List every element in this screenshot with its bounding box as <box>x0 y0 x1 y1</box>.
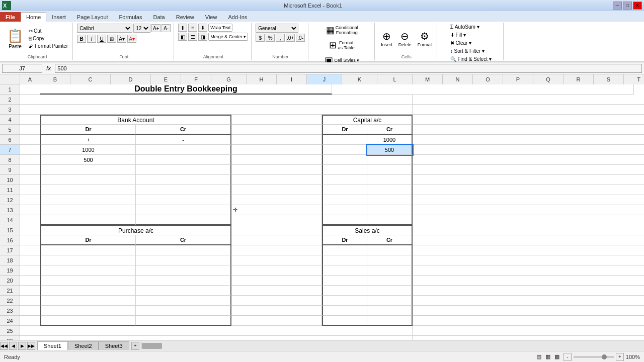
h-scrollbar[interactable] <box>141 342 644 349</box>
tab-review[interactable]: Review <box>171 12 200 22</box>
sort-filter-btn[interactable]: ↕ Sort & Filter ▾ <box>449 48 493 54</box>
cell-bank-cr-7[interactable] <box>136 145 231 155</box>
view-page-layout-icon[interactable]: ▦ <box>545 353 550 360</box>
tab-page-layout[interactable]: Page Layout <box>71 12 114 22</box>
copy-button[interactable]: ⎘ Copy <box>27 35 69 42</box>
cell-sales-header[interactable]: Sales a/c <box>322 225 413 235</box>
increase-decimal-btn[interactable]: .0+ <box>286 34 295 42</box>
cell-c17[interactable] <box>136 245 231 255</box>
tab-data[interactable]: Data <box>147 12 170 22</box>
cell-a10[interactable] <box>20 175 40 185</box>
col-header-p[interactable]: P <box>503 74 533 84</box>
sheet-tab-2[interactable]: Sheet2 <box>68 341 99 350</box>
cell-rest11[interactable] <box>413 185 644 195</box>
cell-sal-dr[interactable]: Dr <box>322 235 367 245</box>
col-header-i[interactable]: I <box>277 74 307 84</box>
cell-e22[interactable] <box>367 296 413 306</box>
col-header-s[interactable]: S <box>594 74 624 84</box>
cell-a3[interactable] <box>20 105 40 115</box>
row-header-23[interactable]: 23 <box>0 306 20 316</box>
cell-d10[interactable] <box>322 175 367 185</box>
cell-b19[interactable] <box>40 265 136 276</box>
cell-d23[interactable] <box>322 306 367 316</box>
cell-e17[interactable] <box>367 245 413 255</box>
cell-a16[interactable] <box>20 235 40 245</box>
cell-wide-3[interactable] <box>40 105 413 115</box>
cell-c20[interactable] <box>136 276 231 286</box>
cell-minus[interactable]: - <box>136 135 231 145</box>
cell-e11[interactable] <box>367 185 413 195</box>
sheet-tab-3[interactable]: Sheet3 <box>99 341 129 350</box>
cell-rest25[interactable] <box>413 326 644 336</box>
cell-c12[interactable] <box>136 195 231 205</box>
cell-purchase-header[interactable]: Purchase a/c <box>40 225 231 235</box>
cell-b20[interactable] <box>40 276 136 286</box>
cell-a19[interactable] <box>20 265 40 276</box>
cell-gap9[interactable] <box>231 165 322 175</box>
cell-d13[interactable] <box>322 205 367 215</box>
cell-wide-2[interactable] <box>40 95 413 105</box>
row-header-9[interactable]: 9 <box>0 165 20 175</box>
minimize-btn[interactable]: ─ <box>613 2 622 10</box>
cell-d20[interactable] <box>322 276 367 286</box>
cell-b24[interactable] <box>40 316 136 326</box>
cell-gap20[interactable] <box>231 276 322 286</box>
cell-gap-5[interactable] <box>231 125 322 135</box>
cell-bank-dr-500[interactable]: 500 <box>40 155 136 165</box>
cell-cap-dr-7[interactable] <box>322 145 367 155</box>
cell-rest-6[interactable] <box>413 135 644 145</box>
border-btn[interactable]: ⊞ <box>107 35 116 43</box>
align-top-btn[interactable]: ⬆ <box>178 24 187 32</box>
cut-button[interactable]: ✂ Cut <box>27 28 69 34</box>
col-header-r[interactable]: R <box>564 74 594 84</box>
zoom-out-btn[interactable]: - <box>564 353 572 361</box>
cell-d17[interactable] <box>322 245 367 255</box>
align-bottom-btn[interactable]: ⬇ <box>198 24 207 32</box>
cell-rest-8[interactable] <box>413 155 644 165</box>
cell-e19[interactable] <box>367 265 413 276</box>
cell-a21[interactable] <box>20 286 40 296</box>
align-left-btn[interactable]: ◧ <box>178 33 187 41</box>
col-header-b[interactable]: B <box>40 74 70 84</box>
col-header-j[interactable]: J <box>307 74 342 84</box>
cell-a23[interactable] <box>20 306 40 316</box>
align-right-btn[interactable]: ◨ <box>198 33 207 41</box>
zoom-in-btn[interactable]: + <box>616 353 624 361</box>
tab-file[interactable]: File <box>0 12 21 22</box>
cell-gap-15[interactable] <box>231 225 322 235</box>
cell-e12[interactable] <box>367 195 413 205</box>
view-normal-icon[interactable]: ▤ <box>536 353 541 360</box>
cell-wide26[interactable] <box>40 336 413 340</box>
col-header-g[interactable]: G <box>211 74 247 84</box>
cell-rest13[interactable] <box>413 205 644 215</box>
col-header-m[interactable]: M <box>413 74 443 84</box>
row-header-22[interactable]: 22 <box>0 296 20 306</box>
cell-rest-4[interactable] <box>413 115 644 125</box>
cell-gap-7[interactable] <box>231 145 322 155</box>
col-header-c[interactable]: C <box>70 74 111 84</box>
insert-btn[interactable]: ⊕ Insert <box>379 29 394 48</box>
cell-c22[interactable] <box>136 296 231 306</box>
cell-c18[interactable] <box>136 255 231 265</box>
formula-input[interactable]: 500 <box>55 64 642 73</box>
cell-a2[interactable] <box>20 95 40 105</box>
row-header-1[interactable]: 1 <box>0 84 20 95</box>
format-as-table-btn[interactable]: ⊞ Formatas Table <box>327 39 356 52</box>
cell-a17[interactable] <box>20 245 40 255</box>
font-color-btn[interactable]: A▾ <box>127 35 136 43</box>
merge-center-btn[interactable]: Merge & Center ▾ <box>208 33 248 41</box>
cell-rest-15[interactable] <box>413 225 644 235</box>
sheet-tab-1[interactable]: Sheet1 <box>37 341 68 350</box>
cell-a18[interactable] <box>20 255 40 265</box>
cell-gap22[interactable] <box>231 296 322 306</box>
tab-addins[interactable]: Add-Ins <box>222 12 253 22</box>
cell-rest-5[interactable] <box>413 125 644 135</box>
cell-a9[interactable] <box>20 165 40 175</box>
cell-e21[interactable] <box>367 286 413 296</box>
new-sheet-btn[interactable]: + <box>131 342 139 350</box>
cell-rest20[interactable] <box>413 276 644 286</box>
decrease-decimal-btn[interactable]: .0- <box>296 34 305 42</box>
cell-dr1[interactable]: Dr <box>40 125 136 135</box>
cell-d21[interactable] <box>322 286 367 296</box>
cell-c24[interactable] <box>136 316 231 326</box>
